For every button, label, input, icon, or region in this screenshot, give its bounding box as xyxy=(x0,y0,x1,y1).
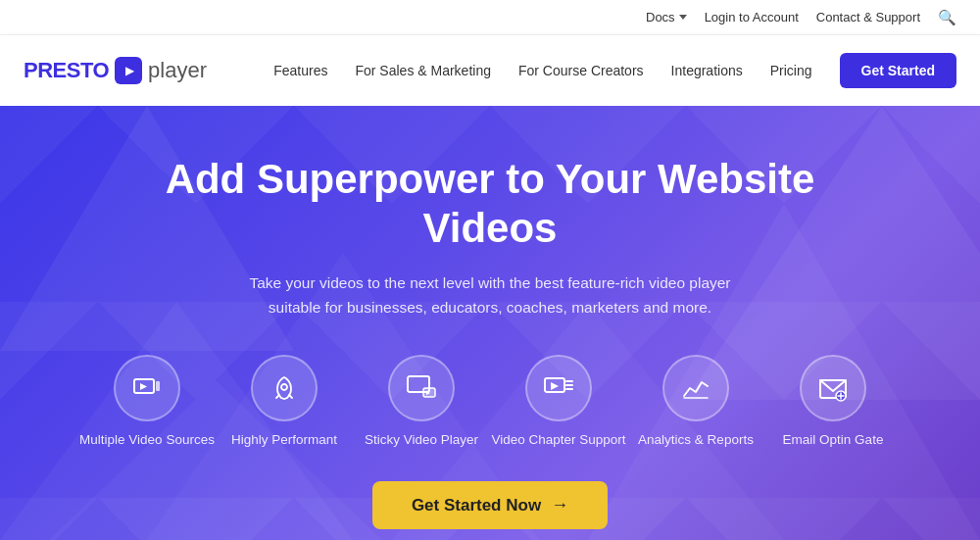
docs-chevron-icon xyxy=(679,15,687,20)
contact-link[interactable]: Contact & Support xyxy=(816,10,920,25)
feature-label-5: Email Optin Gate xyxy=(783,431,884,450)
nav-integrations[interactable]: Integrations xyxy=(671,63,743,78)
svg-marker-15 xyxy=(551,382,559,390)
login-link[interactable]: Login to Account xyxy=(705,10,799,25)
top-bar-links: Docs Login to Account Contact & Support … xyxy=(646,9,956,26)
feature-item-2: Sticky Video Player xyxy=(353,355,490,450)
top-bar: Docs Login to Account Contact & Support … xyxy=(0,0,980,35)
nav-pricing[interactable]: Pricing xyxy=(770,63,812,78)
search-icon[interactable]: 🔍 xyxy=(938,9,956,26)
feature-icon-5 xyxy=(800,355,866,421)
arrow-icon: → xyxy=(551,495,568,515)
feature-icon-0 xyxy=(114,355,180,421)
feature-icon-2 xyxy=(388,355,455,421)
nav-sales[interactable]: For Sales & Marketing xyxy=(355,63,491,78)
feature-label-1: Highly Performant xyxy=(231,431,337,450)
hero-subtitle: Take your videos to the next level with … xyxy=(235,271,745,320)
docs-link[interactable]: Docs xyxy=(646,10,687,25)
nav-course[interactable]: For Course Creators xyxy=(518,63,644,78)
feature-item-1: Highly Performant xyxy=(216,355,353,450)
logo[interactable]: PRESTO player xyxy=(24,57,207,84)
svg-point-10 xyxy=(281,384,287,390)
feature-label-3: Video Chapter Support xyxy=(491,431,625,450)
cta-wrapper: Get Started Now → xyxy=(372,481,608,529)
nav-cta-button[interactable]: Get Started xyxy=(840,53,956,88)
feature-icon-3 xyxy=(525,355,592,421)
nav-links: Features For Sales & Marketing For Cours… xyxy=(273,53,956,88)
features-row: Multiple Video Sources Highly Performant… xyxy=(69,355,911,450)
get-started-button[interactable]: Get Started Now → xyxy=(372,481,608,529)
logo-presto-text: PRESTO xyxy=(24,58,109,83)
feature-label-4: Analytics & Reports xyxy=(638,431,754,450)
feature-item-5: Email Optin Gate xyxy=(764,355,902,450)
logo-icon xyxy=(115,57,142,84)
logo-player-text: player xyxy=(148,58,207,83)
nav-features[interactable]: Features xyxy=(273,63,327,78)
feature-icon-1 xyxy=(251,355,318,421)
feature-icon-4 xyxy=(662,355,729,421)
svg-rect-9 xyxy=(156,381,160,391)
feature-label-2: Sticky Video Player xyxy=(365,431,478,450)
feature-item-4: Analytics & Reports xyxy=(627,355,764,450)
svg-marker-8 xyxy=(140,383,147,390)
navbar: PRESTO player Features For Sales & Marke… xyxy=(0,35,980,106)
docs-label: Docs xyxy=(646,10,675,25)
hero-section: Add Superpower to Your Website Videos Ta… xyxy=(0,106,980,540)
feature-item-3: Video Chapter Support xyxy=(490,355,627,450)
cta-label: Get Started Now xyxy=(412,496,541,515)
hero-title: Add Superpower to Your Website Videos xyxy=(147,155,833,254)
feature-item-0: Multiple Video Sources xyxy=(78,355,216,450)
feature-label-0: Multiple Video Sources xyxy=(79,431,215,450)
